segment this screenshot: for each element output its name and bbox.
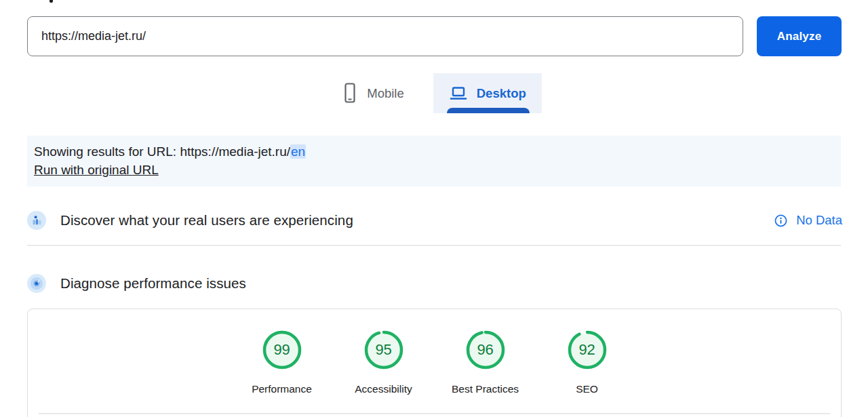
best-practices-label: Best Practices <box>452 383 519 395</box>
active-tab-indicator <box>447 108 530 113</box>
no-data-label: No Data <box>796 213 842 228</box>
redirect-highlighted-path: en <box>290 144 306 159</box>
lighthouse-report-card: 99 Performance 95 Accessibility 96 <box>27 309 842 417</box>
accessibility-gauge: 95 <box>362 328 406 372</box>
info-icon[interactable] <box>774 214 788 228</box>
mobile-phone-icon <box>342 82 358 105</box>
lab-section-header: Diagnose performance issues <box>27 274 842 293</box>
best-practices-gauge: 96 <box>464 328 507 372</box>
card-inner-divider <box>39 413 830 414</box>
tab-mobile[interactable]: Mobile <box>326 73 420 113</box>
redirect-url-text: Showing results for URL: https://media-j… <box>34 144 290 159</box>
performance-score: 99 <box>260 328 304 372</box>
url-bar: Analyze <box>27 16 842 56</box>
section-divider <box>27 245 841 246</box>
tab-mobile-label: Mobile <box>367 86 404 101</box>
seo-score: 92 <box>566 328 609 372</box>
accessibility-score: 95 <box>362 328 406 372</box>
device-tabs: Mobile Desktop <box>0 73 868 113</box>
url-input[interactable] <box>27 16 743 56</box>
seo-label: SEO <box>576 383 598 395</box>
best-practices-score: 96 <box>464 328 507 372</box>
performance-label: Performance <box>252 383 312 395</box>
desktop-laptop-icon <box>449 85 468 102</box>
field-data-status[interactable]: No Data <box>774 213 842 228</box>
lab-section-title: Diagnose performance issues <box>60 275 246 292</box>
score-category-accessibility[interactable]: 95 Accessibility <box>333 328 435 395</box>
tab-desktop-label: Desktop <box>477 86 526 101</box>
run-original-url-link[interactable]: Run with original URL <box>34 161 159 179</box>
tab-desktop[interactable]: Desktop <box>433 73 542 113</box>
field-section-title: Discover what your real users are experi… <box>60 212 353 229</box>
cutoff-heading-fragment <box>50 0 53 3</box>
score-category-best-practices[interactable]: 96 Best Practices <box>435 328 536 395</box>
score-category-seo[interactable]: 92 SEO <box>536 328 638 395</box>
diagnose-gauge-icon <box>27 274 46 293</box>
redirect-notice-text: Showing results for URL: https://media-j… <box>34 142 833 161</box>
accessibility-label: Accessibility <box>355 383 412 395</box>
performance-gauge: 99 <box>260 328 304 372</box>
score-category-performance[interactable]: 99 Performance <box>231 328 333 395</box>
field-data-section-header: Discover what your real users are experi… <box>27 211 842 230</box>
score-gauges: 99 Performance 95 Accessibility 96 <box>28 328 841 395</box>
redirect-notice: Showing results for URL: https://media-j… <box>27 136 841 186</box>
seo-gauge: 92 <box>566 328 609 372</box>
real-users-icon <box>27 211 46 230</box>
analyze-button[interactable]: Analyze <box>757 16 842 56</box>
